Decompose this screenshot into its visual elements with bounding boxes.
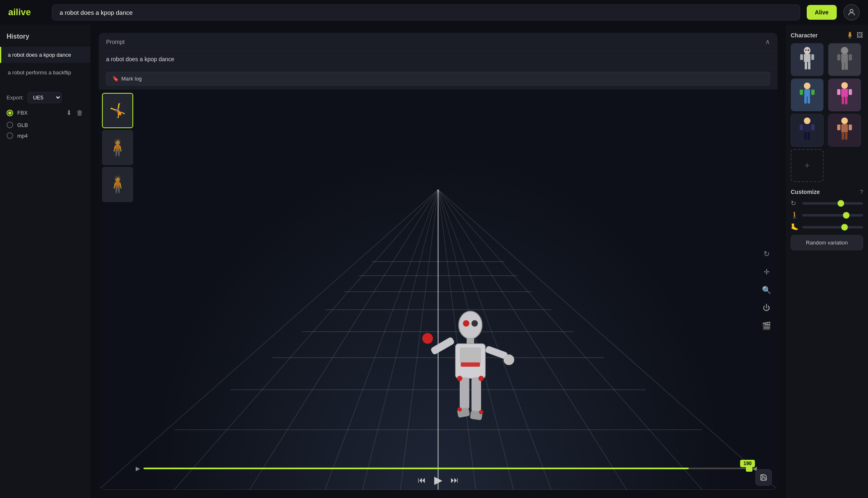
save-button[interactable]	[755, 469, 772, 486]
svg-line-10	[99, 190, 438, 490]
char-blonde[interactable]	[828, 114, 861, 147]
right-sidebar: Character 🧍 🖼	[786, 25, 868, 498]
svg-point-24	[463, 320, 469, 327]
user-avatar[interactable]	[843, 4, 860, 21]
char-pink[interactable]	[828, 78, 861, 111]
export-select[interactable]: UE5 Blender Unity	[28, 92, 62, 103]
robot-figure	[417, 309, 524, 457]
app-logo: ailive	[8, 7, 45, 18]
timeline-arrow-left[interactable]: ▶	[136, 465, 140, 472]
svg-rect-44	[800, 54, 803, 60]
svg-rect-70	[800, 124, 803, 130]
svg-point-50	[841, 47, 848, 54]
svg-rect-75	[841, 124, 848, 132]
svg-rect-45	[811, 54, 814, 60]
timeline-progress	[144, 468, 689, 469]
svg-point-0	[850, 9, 853, 12]
thumb-stand-2[interactable]: 🧍	[102, 167, 133, 202]
thumb-dance[interactable]: 🤸	[102, 93, 133, 128]
char-kid[interactable]	[791, 78, 824, 111]
svg-rect-53	[849, 54, 852, 60]
prompt-collapse-button[interactable]: ∧	[765, 38, 770, 46]
svg-point-56	[804, 83, 810, 89]
fbx-radio[interactable]	[7, 110, 13, 116]
character-icon-image[interactable]: 🖼	[856, 32, 863, 39]
svg-line-14	[250, 190, 438, 490]
zoom-control[interactable]: 🔍	[760, 284, 773, 296]
play-pause-button[interactable]: ▶	[434, 474, 442, 486]
format-fbx-row: FBX ⬇ 🗑	[7, 108, 84, 118]
timeline-thumb[interactable]	[746, 465, 752, 472]
skip-back-button[interactable]: ⏮	[418, 475, 426, 485]
svg-rect-57	[804, 89, 810, 97]
char-dark[interactable]	[791, 114, 824, 147]
history-item-0[interactable]: a robot does a kpop dance	[0, 47, 90, 63]
svg-rect-58	[800, 90, 803, 95]
svg-rect-28	[460, 348, 481, 364]
mark-log-button[interactable]: 🔖 Mark log	[106, 72, 770, 85]
slider-1-icon: 🚶	[791, 211, 799, 219]
slider-row-1: 🚶	[791, 211, 863, 219]
slider-2-icon: 🦶	[791, 223, 799, 231]
timeline-track[interactable]	[144, 468, 749, 469]
search-input[interactable]	[52, 5, 800, 21]
prompt-header: Prompt ∧	[99, 33, 778, 51]
viewer-controls: ↻ ✛ 🔍 ⏻ 🎬	[760, 248, 773, 332]
random-variation-button[interactable]: Random variation	[791, 235, 863, 250]
history-title: History	[0, 33, 90, 45]
char-robot[interactable]	[791, 43, 824, 76]
center-area: Prompt ∧ a robot does a kpop dance 🔖 Mar…	[90, 25, 786, 498]
svg-point-39	[478, 376, 484, 381]
format-glb-row: GLB	[7, 122, 84, 128]
download-button[interactable]: ⬇	[65, 108, 72, 118]
glb-label: GLB	[17, 122, 28, 128]
svg-point-40	[457, 407, 461, 411]
motion-slider[interactable]	[802, 214, 863, 217]
char-gray[interactable]	[828, 43, 861, 76]
timeline-bar: ▶ ◀	[136, 463, 757, 473]
svg-rect-76	[837, 124, 840, 130]
svg-rect-69	[804, 124, 810, 132]
power-control[interactable]: ⏻	[761, 302, 772, 314]
svg-point-62	[841, 82, 848, 89]
svg-rect-60	[804, 96, 807, 104]
svg-point-41	[479, 410, 483, 414]
camera-control[interactable]: 🎬	[760, 320, 773, 332]
fbx-label: FBX	[17, 110, 28, 116]
export-row: Export: UE5 Blender Unity	[0, 85, 90, 106]
mp4-label: mp4	[17, 133, 28, 139]
svg-rect-30	[430, 337, 455, 355]
svg-line-12	[174, 190, 438, 490]
customize-help-icon[interactable]: ?	[860, 189, 863, 195]
character-grid: +	[791, 43, 863, 182]
step-slider[interactable]	[802, 226, 863, 228]
add-character-card[interactable]: +	[791, 149, 824, 182]
alive-button[interactable]: Alive	[807, 5, 837, 20]
mp4-radio[interactable]	[7, 132, 13, 139]
mark-log-icon: 🔖	[112, 76, 119, 82]
delete-button[interactable]: 🗑	[76, 108, 84, 118]
slider-row-2: 🦶	[791, 223, 863, 231]
left-sidebar: History a robot does a kpop dance a robo…	[0, 25, 90, 498]
playback-controls: ⏮ ▶ ⏭	[418, 474, 459, 486]
svg-point-42	[804, 47, 810, 54]
rotation-slider[interactable]	[802, 202, 863, 205]
prompt-label: Prompt	[106, 39, 125, 45]
svg-rect-59	[811, 90, 815, 95]
svg-rect-29	[461, 362, 480, 367]
character-icon-person[interactable]: 🧍	[846, 31, 854, 39]
svg-rect-46	[805, 62, 807, 69]
svg-rect-55	[845, 62, 848, 70]
thumb-stand-1[interactable]: 🧍	[102, 130, 133, 165]
svg-rect-72	[804, 132, 807, 140]
svg-rect-66	[842, 97, 844, 104]
svg-point-38	[457, 376, 462, 381]
character-section-icons: 🧍 🖼	[846, 31, 863, 39]
glb-radio[interactable]	[7, 122, 13, 128]
move-control[interactable]: ✛	[762, 266, 771, 278]
svg-rect-78	[842, 132, 844, 140]
refresh-control[interactable]: ↻	[762, 248, 771, 260]
history-item-1[interactable]: a robot performs a backflip	[0, 65, 90, 81]
skip-forward-button[interactable]: ⏭	[451, 475, 459, 485]
svg-rect-47	[808, 62, 810, 69]
